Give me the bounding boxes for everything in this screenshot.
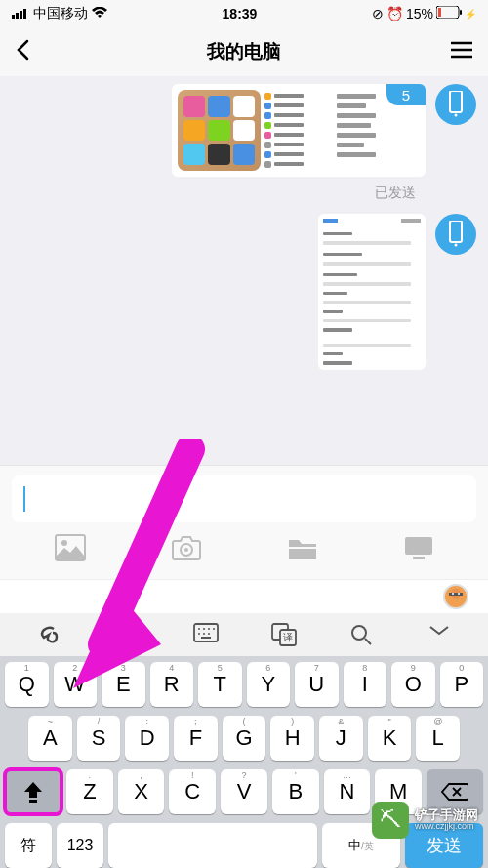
svg-text:译: 译	[283, 632, 293, 642]
key-k[interactable]: "K	[368, 716, 412, 761]
svg-rect-3	[23, 9, 26, 19]
svg-rect-22	[449, 593, 463, 596]
key-c[interactable]: !C	[169, 769, 216, 814]
svg-point-25	[117, 625, 137, 644]
key-t[interactable]: 5T	[198, 662, 242, 707]
svg-line-41	[365, 639, 371, 644]
svg-point-11	[455, 114, 458, 117]
back-button[interactable]	[16, 39, 29, 64]
svg-point-33	[198, 633, 200, 635]
search-icon[interactable]	[349, 623, 373, 646]
svg-rect-36	[201, 637, 211, 639]
sogou-icon[interactable]	[37, 623, 61, 646]
svg-point-26	[122, 632, 125, 635]
chat-messages[interactable]: 5 已发送	[0, 76, 488, 465]
svg-rect-0	[12, 15, 15, 19]
key-l[interactable]: @L	[416, 716, 460, 761]
key-s[interactable]: /S	[77, 716, 121, 761]
key-z[interactable]: .Z	[66, 769, 113, 814]
svg-point-24	[458, 593, 460, 595]
ime-avatar-icon[interactable]	[443, 584, 468, 609]
translate-icon[interactable]: 译	[271, 623, 295, 646]
key-q[interactable]: 1Q	[5, 662, 49, 707]
symbol-key[interactable]: 符	[5, 823, 52, 868]
svg-point-27	[130, 632, 133, 635]
sent-status: 已发送	[12, 185, 416, 202]
svg-rect-19	[405, 537, 432, 555]
watermark-url: www.czjjkj.com	[415, 822, 478, 832]
shift-key[interactable]	[5, 769, 61, 814]
image-message[interactable]: 5	[172, 84, 426, 177]
svg-rect-20	[413, 557, 425, 559]
collapse-icon[interactable]	[427, 623, 451, 646]
message-row: 5	[12, 84, 476, 177]
key-v[interactable]: ?V	[221, 769, 267, 814]
charging-icon: ⚡	[465, 9, 476, 20]
message-input[interactable]	[12, 475, 476, 522]
svg-rect-10	[450, 91, 462, 112]
number-key[interactable]: 123	[57, 823, 103, 868]
signal-icon	[12, 6, 29, 21]
key-n[interactable]: …N	[324, 769, 371, 814]
battery-icon	[436, 6, 462, 21]
image-message[interactable]	[318, 214, 426, 370]
status-left: 中国移动	[12, 5, 107, 22]
message-row	[12, 214, 476, 370]
alarm-icon: ⏰	[386, 6, 403, 21]
key-x[interactable]: ,X	[118, 769, 165, 814]
svg-point-15	[61, 540, 67, 546]
chat-header: 我的电脑	[0, 27, 488, 76]
svg-rect-1	[16, 13, 19, 19]
status-right: ⊘ ⏰ 15% ⚡	[372, 6, 476, 21]
sender-avatar[interactable]	[435, 84, 476, 125]
svg-point-34	[203, 633, 205, 635]
space-key[interactable]	[108, 823, 317, 868]
status-time: 18:39	[223, 6, 258, 21]
svg-rect-28	[194, 624, 218, 641]
camera-icon[interactable]	[171, 534, 202, 561]
key-b[interactable]: 'B	[272, 769, 319, 814]
svg-rect-5	[438, 8, 441, 17]
svg-point-35	[208, 633, 210, 635]
key-g[interactable]: (G	[223, 716, 266, 761]
svg-point-31	[208, 628, 210, 630]
key-d[interactable]: :D	[125, 716, 169, 761]
menu-button[interactable]	[451, 41, 472, 62]
svg-rect-6	[460, 10, 462, 15]
key-row-1: 1Q2W3E4R5T6Y7U8I9O0P	[3, 662, 485, 707]
key-h[interactable]: )H	[270, 716, 314, 761]
svg-point-23	[452, 593, 454, 595]
screenshot-thumbnail	[178, 90, 261, 171]
wifi-icon	[92, 6, 107, 21]
svg-point-30	[203, 628, 205, 630]
key-u[interactable]: 7U	[295, 662, 339, 707]
key-w[interactable]: 2W	[54, 662, 98, 707]
sender-avatar[interactable]	[435, 214, 476, 255]
svg-rect-12	[450, 221, 462, 242]
key-o[interactable]: 9O	[391, 662, 435, 707]
status-bar: 中国移动 18:39 ⊘ ⏰ 15% ⚡	[0, 0, 488, 27]
key-r[interactable]: 4R	[150, 662, 194, 707]
monitor-icon[interactable]	[403, 534, 434, 561]
key-i[interactable]: 8I	[344, 662, 387, 707]
watermark-icon: ⛏	[372, 802, 409, 839]
emoji-icon[interactable]	[115, 623, 139, 646]
screenshot-thumbnail	[264, 90, 333, 171]
key-y[interactable]: 6Y	[247, 662, 291, 707]
svg-point-29	[198, 628, 200, 630]
unread-badge: 5	[386, 84, 426, 105]
svg-rect-18	[289, 549, 316, 559]
keyboard-edit-icon[interactable]	[193, 623, 217, 646]
key-row-2: ~A/S:D;F(G)H&J"K@L	[3, 716, 485, 761]
input-area	[0, 465, 488, 579]
keyboard-toolbar: 译	[0, 613, 488, 656]
folder-icon[interactable]	[287, 534, 318, 561]
key-p[interactable]: 0P	[440, 662, 484, 707]
key-f[interactable]: ;F	[174, 716, 218, 761]
key-j[interactable]: &J	[319, 716, 363, 761]
keyboard-strip	[0, 579, 488, 613]
key-e[interactable]: 3E	[102, 662, 145, 707]
key-a[interactable]: ~A	[28, 716, 72, 761]
svg-rect-42	[29, 800, 37, 803]
gallery-icon[interactable]	[55, 534, 86, 561]
